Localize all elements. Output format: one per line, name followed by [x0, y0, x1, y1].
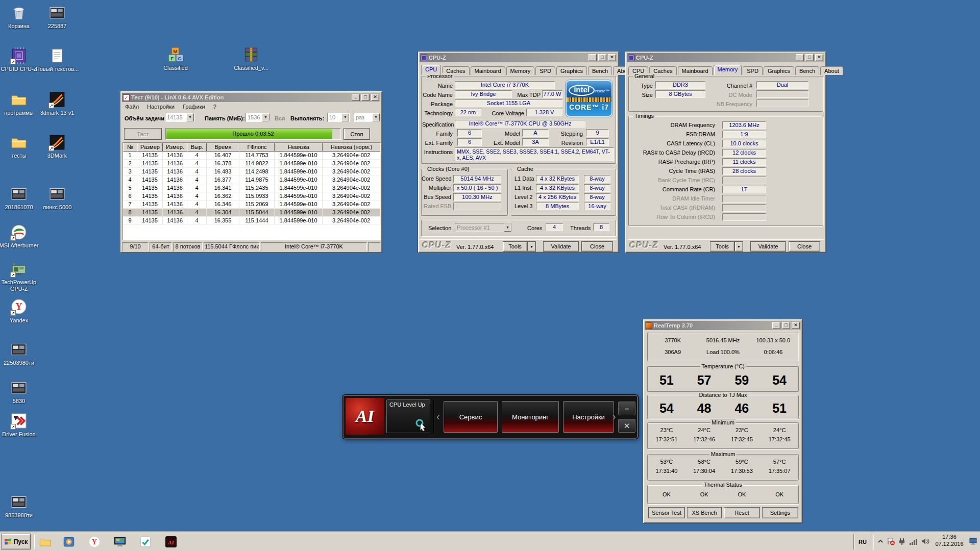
tools-dropdown-icon[interactable]: ▼: [527, 241, 536, 252]
dropdown-icon[interactable]: ▼: [341, 113, 349, 121]
linx-titlebar[interactable]: ✓ Тест (9/10) - LinX 0.6.4 AVX Edition _…: [122, 93, 380, 102]
menu-item[interactable]: Файл: [125, 104, 139, 110]
table-row[interactable]: 61413514136416.362115.09331.844599e-0103…: [123, 192, 380, 201]
memory-combo[interactable]: 1536 ▼: [246, 113, 270, 122]
table-row[interactable]: 41413514136416.377114.98751.844599e-0103…: [123, 176, 380, 184]
realtemp-titlebar[interactable]: RealTemp 3.70 _ □ ✕: [645, 321, 801, 330]
cpuz-titlebar[interactable]: CPU-Z _ □ ✕: [420, 53, 617, 62]
menu-item[interactable]: ?: [213, 104, 216, 110]
tools-button[interactable]: Tools: [503, 241, 527, 252]
column-header[interactable]: Выр.: [187, 143, 207, 152]
menu-item[interactable]: Графики: [183, 104, 205, 110]
run-unit-combo[interactable]: раз ▼: [354, 113, 380, 122]
check-tool-launch-button[interactable]: [139, 535, 152, 548]
table-row[interactable]: 51413514136416.341115.24351.844599e-0103…: [123, 184, 380, 192]
tray-expand-icon[interactable]: [877, 537, 884, 545]
tab-bench[interactable]: Bench: [795, 66, 819, 75]
column-header[interactable]: Невязка: [275, 143, 323, 152]
desktop-icon[interactable]: 9853980ти: [0, 493, 44, 519]
tab-memory[interactable]: Memory: [506, 66, 535, 75]
desktop-icon[interactable]: Новый текстов...: [32, 47, 83, 72]
xs-bench-button[interactable]: XS Bench: [687, 507, 722, 518]
ai-suite-launch-button[interactable]: AI: [164, 535, 178, 548]
tab-mainboard[interactable]: Mainboard: [471, 66, 505, 75]
scroll-right-icon[interactable]: ›: [612, 401, 616, 432]
tab-bench[interactable]: Bench: [588, 66, 612, 75]
tab-graphics[interactable]: Graphics: [764, 66, 794, 75]
tab-cpu[interactable]: CPU: [421, 65, 441, 75]
tools-dropdown-icon[interactable]: ▼: [734, 241, 743, 252]
desktop-icon[interactable]: 22503980ти: [0, 341, 44, 366]
desktop-icon[interactable]: ↗Driver Fusion: [0, 412, 44, 438]
column-header[interactable]: Невязка (норм.): [323, 143, 380, 152]
desktop-icon[interactable]: ↗3dmark 13 v1: [32, 91, 83, 116]
desktop-icon[interactable]: линкс 5000: [32, 185, 83, 211]
validate-button[interactable]: Validate: [543, 241, 579, 252]
maximize-button[interactable]: □: [598, 54, 606, 61]
dropdown-icon[interactable]: ▼: [186, 113, 194, 121]
minimize-button[interactable]: _: [772, 322, 780, 329]
tray-monitor-icon[interactable]: [969, 537, 978, 545]
minimize-button[interactable]: _: [352, 94, 360, 101]
validate-button[interactable]: Validate: [750, 241, 786, 252]
table-row[interactable]: 31413514136416.483114.24981.844599e-0103…: [123, 168, 380, 176]
menu-item[interactable]: Настройки: [147, 104, 175, 110]
minimize-button[interactable]: _: [589, 54, 597, 61]
action-center-flag-icon[interactable]: [886, 537, 895, 545]
tab-graphics[interactable]: Graphics: [556, 66, 587, 75]
close-button[interactable]: Close: [789, 241, 820, 252]
explorer-launch-button[interactable]: [39, 535, 52, 548]
desktop-icon[interactable]: ↗TechPowerUp GPU-Z: [0, 260, 44, 292]
table-row[interactable]: 21413514136416.378114.98221.844599e-0103…: [123, 160, 380, 168]
dropdown-icon[interactable]: ▼: [372, 113, 380, 121]
cpuz-titlebar[interactable]: CPU-Z _ □ ✕: [627, 53, 824, 62]
table-row[interactable]: 71413514136416.346115.20691.844599e-0103…: [123, 201, 380, 209]
reset-button[interactable]: Reset: [724, 507, 760, 518]
tab-spd[interactable]: SPD: [535, 66, 555, 75]
column-header[interactable]: №: [123, 143, 137, 152]
run-count-combo[interactable]: 10 ▼: [327, 113, 350, 122]
desktop-icon[interactable]: Y↗Yandex: [0, 298, 44, 324]
tab-spd[interactable]: SPD: [743, 66, 763, 75]
desktop-icon[interactable]: MFCClassified: [150, 46, 201, 71]
minimize-button[interactable]: _: [796, 54, 804, 61]
dropdown-icon[interactable]: ▼: [262, 113, 270, 121]
tab-mainboard[interactable]: Mainboard: [678, 66, 713, 75]
power-plug-icon[interactable]: [897, 537, 906, 545]
table-row[interactable]: 81413514136416.304115.50441.844599e-0103…: [123, 209, 380, 217]
ai-menu-button[interactable]: Мониторинг: [502, 401, 559, 433]
close-button[interactable]: ✕: [815, 54, 823, 61]
start-button[interactable]: Пуск: [1, 534, 31, 549]
language-indicator[interactable]: RU: [859, 538, 871, 545]
tab-memory[interactable]: Memory: [714, 65, 742, 75]
column-header[interactable]: Размер: [137, 143, 163, 152]
tray-clock[interactable]: 17:36 07.12.2016: [932, 534, 967, 547]
table-row[interactable]: 11413514136416.407114.77531.844599e-0103…: [123, 152, 380, 160]
desktop-icon[interactable]: ↗MSI Afterburner: [0, 223, 44, 249]
close-button[interactable]: ✕: [371, 94, 379, 101]
tools-button[interactable]: Tools: [710, 241, 734, 252]
dropdown-icon[interactable]: ▼: [504, 223, 511, 232]
scroll-left-icon[interactable]: ‹: [436, 401, 440, 432]
task-size-combo[interactable]: 14135 ▼: [165, 113, 194, 122]
test-button[interactable]: Тест: [124, 128, 162, 140]
tab-about[interactable]: About: [820, 66, 843, 75]
close-button[interactable]: Close: [581, 241, 613, 252]
volume-icon[interactable]: [920, 537, 929, 545]
processor-select[interactable]: Processor #1 ▼: [455, 223, 512, 232]
settings-button[interactable]: Settings: [762, 507, 798, 518]
display-tool-launch-button[interactable]: [113, 535, 127, 548]
desktop-icon[interactable]: 225887: [32, 4, 83, 30]
sensor-test-button[interactable]: Sensor Test: [648, 507, 685, 518]
column-header[interactable]: Измер.: [163, 143, 187, 152]
maximize-button[interactable]: □: [805, 54, 814, 61]
column-header[interactable]: Время: [207, 143, 239, 152]
yandex-browser-launch-button[interactable]: Y: [88, 535, 101, 548]
column-header[interactable]: ГФлопс: [239, 143, 275, 152]
desktop-icon[interactable]: 5830: [0, 379, 44, 405]
toolbar-minimize-button[interactable]: –: [618, 402, 635, 415]
network-signal-icon[interactable]: [909, 537, 918, 545]
ai-menu-button[interactable]: Настройки: [563, 401, 614, 433]
toolbar-close-button[interactable]: ✕: [618, 419, 635, 433]
media-player-launch-button[interactable]: [62, 535, 76, 548]
